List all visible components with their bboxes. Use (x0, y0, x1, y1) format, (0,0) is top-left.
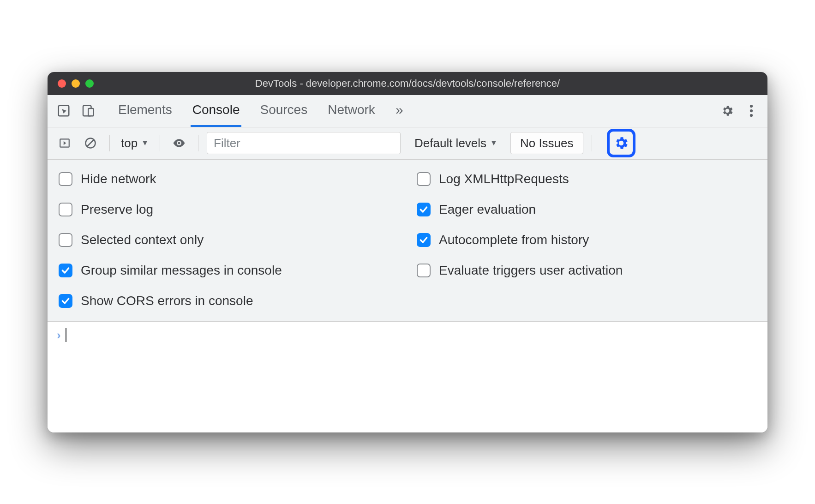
tab-console[interactable]: Console (191, 95, 242, 127)
divider (105, 102, 105, 119)
checkbox-label: Show CORS errors in console (81, 294, 253, 308)
settings-icon[interactable] (717, 100, 738, 121)
console-prompt-area[interactable]: › (48, 322, 767, 432)
console-settings-panel: Hide network Log XMLHttpRequests Preserv… (48, 160, 767, 322)
device-toolbar-icon[interactable] (77, 100, 98, 121)
inspect-element-icon[interactable] (53, 100, 74, 121)
text-cursor (66, 328, 66, 342)
checkbox-icon (417, 172, 431, 186)
tab-sources[interactable]: Sources (258, 95, 309, 127)
console-settings-button[interactable] (607, 129, 635, 157)
checkbox-icon (417, 203, 431, 216)
checkbox-log-xhr[interactable]: Log XMLHttpRequests (417, 172, 756, 186)
divider (592, 135, 592, 151)
console-prompt[interactable]: › (57, 328, 758, 342)
tabs: Elements Console Sources Network » (116, 95, 405, 127)
checkbox-label: Group similar messages in console (81, 263, 282, 278)
console-toolbar: top ▼ Default levels ▼ No Issues (48, 127, 767, 160)
checkbox-hide-network[interactable]: Hide network (59, 172, 398, 186)
checkbox-eager-eval[interactable]: Eager evaluation (417, 202, 756, 217)
checkbox-icon (417, 264, 431, 277)
checkbox-autocomplete-history[interactable]: Autocomplete from history (417, 233, 756, 247)
checkbox-label: Autocomplete from history (439, 233, 589, 247)
chevron-right-icon: › (57, 328, 61, 342)
close-window-button[interactable] (58, 79, 66, 88)
checkbox-icon (59, 203, 72, 216)
maximize-window-button[interactable] (85, 79, 94, 88)
checkbox-icon (59, 264, 72, 277)
chevron-down-icon: ▼ (490, 139, 497, 147)
svg-line-8 (87, 140, 94, 146)
divider (710, 102, 710, 119)
checkbox-show-cors[interactable]: Show CORS errors in console (59, 294, 398, 308)
more-tabs-icon[interactable]: » (394, 95, 405, 127)
minimize-window-button[interactable] (72, 79, 80, 88)
toggle-sidebar-icon[interactable] (54, 132, 75, 154)
divider (198, 135, 198, 151)
issues-button[interactable]: No Issues (510, 132, 583, 154)
window-title: DevTools - developer.chrome.com/docs/dev… (48, 78, 767, 90)
svg-rect-2 (88, 108, 93, 116)
clear-console-icon[interactable] (80, 132, 101, 154)
checkbox-label: Log XMLHttpRequests (439, 172, 569, 186)
checkbox-evaluate-triggers[interactable]: Evaluate triggers user activation (417, 263, 756, 278)
svg-point-4 (750, 109, 753, 112)
checkbox-icon (59, 294, 72, 308)
checkbox-icon (417, 233, 431, 247)
divider (109, 135, 110, 151)
divider (160, 135, 160, 151)
filter-input[interactable] (207, 132, 401, 154)
checkbox-group-similar[interactable]: Group similar messages in console (59, 263, 398, 278)
checkbox-label: Hide network (81, 172, 156, 186)
checkbox-label: Selected context only (81, 233, 204, 247)
checkbox-label: Evaluate triggers user activation (439, 263, 623, 278)
chevron-down-icon: ▼ (141, 139, 149, 147)
checkbox-label: Preserve log (81, 202, 153, 217)
checkbox-icon (59, 172, 72, 186)
issues-label: No Issues (520, 136, 574, 150)
live-expression-icon[interactable] (168, 132, 190, 154)
checkbox-preserve-log[interactable]: Preserve log (59, 202, 398, 217)
main-tabbar: Elements Console Sources Network » (48, 95, 767, 127)
gear-icon (613, 135, 629, 151)
levels-label: Default levels (414, 136, 486, 150)
checkbox-label: Eager evaluation (439, 202, 536, 217)
log-levels-selector[interactable]: Default levels ▼ (414, 136, 497, 150)
tab-network[interactable]: Network (326, 95, 377, 127)
context-selector[interactable]: top ▼ (118, 136, 151, 150)
kebab-menu-icon[interactable] (741, 100, 762, 121)
titlebar: DevTools - developer.chrome.com/docs/dev… (48, 72, 767, 95)
svg-point-5 (750, 114, 753, 117)
devtools-window: DevTools - developer.chrome.com/docs/dev… (48, 72, 767, 432)
svg-point-3 (750, 105, 753, 108)
context-label: top (121, 136, 138, 150)
traffic-lights (48, 79, 94, 88)
checkbox-icon (59, 233, 72, 247)
checkbox-selected-context[interactable]: Selected context only (59, 233, 398, 247)
tab-elements[interactable]: Elements (116, 95, 174, 127)
